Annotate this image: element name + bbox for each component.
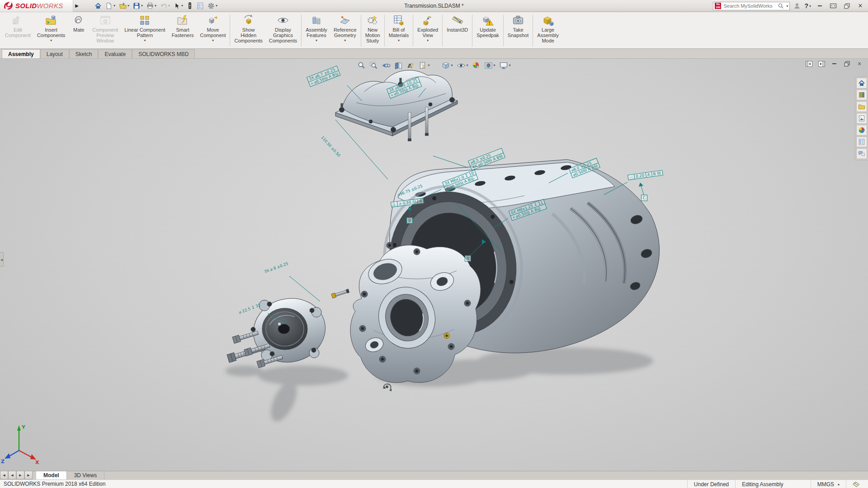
dropdown-caret-icon[interactable]: ▾ (144, 39, 146, 42)
edit-appearance-button[interactable] (472, 61, 481, 70)
next-tab-button[interactable]: ▶ (16, 471, 24, 479)
ribbon-new-motion-study[interactable]: New Motion Study (362, 13, 383, 48)
ribbon-exploded-view[interactable]: Exploded View ▾ (414, 13, 441, 48)
annotation-visibility-button[interactable]: ▾ (418, 61, 430, 70)
ribbon-bill-of-materials[interactable]: Bill of Materials ▾ (386, 13, 412, 48)
home-button[interactable] (93, 1, 103, 11)
dropdown-caret-icon[interactable]: ▾ (344, 39, 346, 42)
collapse-pane-left-button[interactable] (805, 60, 813, 67)
ribbon-display-graphics-components[interactable]: Display Graphics Components (266, 13, 300, 48)
document-close-button[interactable]: × (855, 60, 863, 67)
view-settings-button[interactable]: ▾ (499, 61, 512, 70)
linear-component-pattern-icon (139, 14, 151, 26)
dropdown-caret-icon[interactable]: ▾ (181, 4, 183, 8)
dropdown-caret-icon[interactable]: ▾ (212, 39, 214, 42)
dropdown-caret-icon[interactable]: ▾ (451, 63, 453, 67)
dropdown-caret-icon[interactable]: ▾ (494, 63, 495, 67)
search-icon[interactable] (778, 3, 784, 9)
dropdown-caret-icon[interactable]: ▾ (127, 4, 129, 8)
dropdown-caret-icon[interactable]: ▾ (316, 39, 317, 42)
zoom-to-fit-button[interactable] (356, 61, 366, 70)
task-pane-file-explorer-button[interactable] (856, 101, 867, 112)
dropdown-caret-icon[interactable]: ▾ (427, 39, 429, 42)
search-input[interactable] (722, 3, 776, 9)
tags-button[interactable] (846, 480, 866, 488)
user-account-icon[interactable] (793, 2, 801, 9)
logo-text: SOLIDWORKS (15, 2, 63, 10)
save-button[interactable]: ▾ (132, 1, 144, 11)
home-icon (858, 80, 865, 87)
undo-button[interactable]: ▾ (159, 1, 171, 11)
section-view-button[interactable] (393, 61, 403, 70)
rebuild-button[interactable] (185, 1, 194, 11)
task-pane-appearances-button[interactable] (856, 125, 867, 136)
ribbon-edit-component[interactable]: Edit Component (2, 13, 34, 48)
fullscreen-button[interactable] (828, 1, 838, 10)
tab-sketch[interactable]: Sketch (69, 49, 99, 58)
last-tab-button[interactable]: ▶ (24, 471, 33, 479)
task-pane-custom-properties-button[interactable] (856, 136, 867, 147)
dropdown-caret-icon[interactable]: ▾ (155, 4, 156, 8)
ribbon-assembly-features[interactable]: Assembly Features ▾ (302, 13, 330, 48)
graphics-viewport[interactable]: Y X Z (0, 59, 868, 471)
dropdown-caret-icon[interactable]: ▾ (168, 4, 170, 8)
hide-show-items-button[interactable]: ▾ (456, 61, 469, 70)
ribbon-component-preview-window[interactable]: Component Preview Window (89, 13, 121, 48)
document-restore-button[interactable] (843, 60, 851, 67)
task-pane-forum-button[interactable] (856, 148, 867, 159)
dropdown-caret-icon[interactable]: ▾ (216, 4, 217, 8)
dynamic-annotation-views-button[interactable]: A (406, 61, 415, 70)
dropdown-caret-icon[interactable]: ▾ (398, 39, 400, 42)
model-tab[interactable]: Model (36, 471, 67, 479)
ribbon-linear-component-pattern[interactable]: Linear Component Pattern ▾ (121, 13, 169, 48)
document-minimize-button[interactable] (830, 60, 838, 67)
3d-views-tab[interactable]: 3D Views (67, 471, 104, 479)
help-caret-icon[interactable]: ▾ (809, 4, 811, 8)
help-button[interactable]: ? ▾ (804, 2, 811, 9)
print-button[interactable]: ▾ (145, 1, 158, 11)
ribbon-instant3d[interactable]: Instant3D (443, 13, 471, 48)
select-button[interactable]: ▾ (172, 1, 184, 11)
ribbon-take-snapshot[interactable]: Take Snapshot (505, 13, 532, 48)
tab-layout[interactable]: Layout (40, 49, 69, 58)
ribbon-show-hidden-components[interactable]: Show Hidden Components (231, 13, 265, 48)
dropdown-caret-icon[interactable]: ▾ (428, 63, 429, 67)
close-button[interactable]: × (855, 1, 865, 10)
previous-view-button[interactable] (381, 61, 391, 70)
ribbon-smart-fasteners[interactable]: Smart Fasteners (169, 13, 197, 48)
options-button[interactable]: ▾ (206, 1, 219, 11)
top-cover-part[interactable] (335, 70, 458, 141)
search-options-caret-icon[interactable]: ▾ (786, 4, 788, 8)
first-tab-button[interactable]: ◀ (0, 471, 8, 479)
ribbon-move-component[interactable]: Move Component ▾ (197, 13, 229, 48)
tab-evaluate[interactable]: Evaluate (98, 49, 132, 58)
menu-flyout-arrow-icon[interactable]: ▶ (73, 1, 80, 11)
tab-solidworks-mbd[interactable]: SOLIDWORKS MBD (132, 49, 195, 58)
ribbon-mate[interactable]: Mate (68, 13, 89, 48)
task-pane-view-palette-button[interactable] (856, 113, 867, 124)
file-properties-button[interactable] (195, 1, 205, 11)
zoom-to-area-button[interactable] (368, 61, 378, 70)
open-button[interactable]: ▾ (118, 1, 131, 11)
new-document-button[interactable]: ▾ (104, 1, 117, 11)
restore-button[interactable] (842, 1, 852, 10)
ribbon-reference-geometry[interactable]: Reference Geometry ▾ (330, 13, 360, 48)
minimize-button[interactable] (815, 1, 825, 10)
ribbon-update-speedpak[interactable]: Update Speedpak (473, 13, 502, 48)
ribbon-large-assembly-mode[interactable]: Large Assembly Mode (534, 13, 562, 48)
collapse-pane-right-button[interactable] (817, 60, 826, 67)
units-selector[interactable]: MMGS ▴ (811, 480, 846, 488)
ribbon-insert-components[interactable]: Insert Components ▾ (34, 13, 68, 48)
task-pane-design-library-button[interactable] (856, 89, 867, 100)
dropdown-caret-icon[interactable]: ▾ (466, 63, 468, 67)
tab-assembly[interactable]: Assembly (2, 49, 40, 58)
task-pane-home-button[interactable] (856, 78, 867, 89)
dropdown-caret-icon[interactable]: ▾ (50, 39, 52, 42)
view-orientation-button[interactable]: ▾ (440, 61, 453, 70)
previous-tab-button[interactable]: ◀ (8, 471, 16, 479)
feature-tree-splitter-tab[interactable]: ◀ (0, 252, 4, 267)
dropdown-caret-icon[interactable]: ▾ (113, 4, 115, 8)
dropdown-caret-icon[interactable]: ▾ (509, 63, 511, 67)
apply-scene-button[interactable]: ▾ (484, 61, 496, 70)
dropdown-caret-icon[interactable]: ▾ (141, 4, 143, 8)
